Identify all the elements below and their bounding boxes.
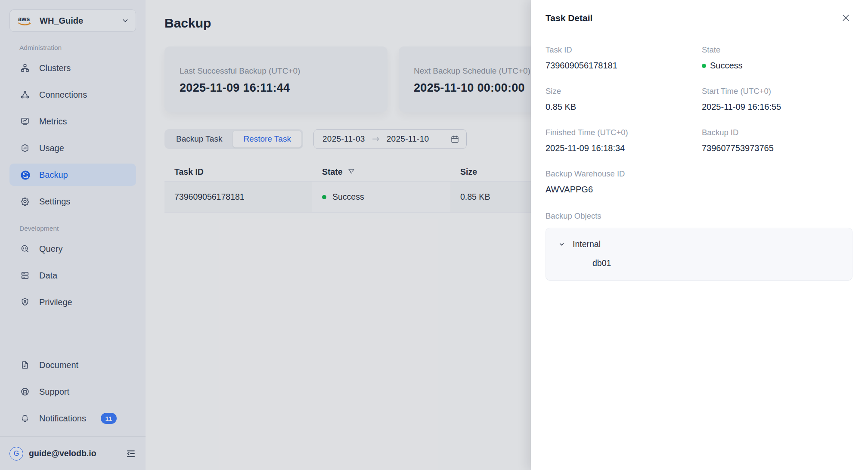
field-task-id: Task ID 739609056178181 [546,45,702,71]
chevron-down-icon[interactable] [558,241,565,248]
field-backup-id: Backup ID 739607753973765 [702,128,852,153]
field-finished-time: Finished Time (UTC+0) 2025-11-09 16:18:3… [546,128,702,153]
backup-objects-tree: Internal db01 [546,228,852,281]
field-start-time: Start Time (UTC+0) 2025-11-09 16:16:55 [702,87,852,112]
field-state: State Success [702,45,852,71]
field-size: Size 0.85 KB [546,87,702,112]
drawer-header: Task Detail [546,11,852,25]
close-icon[interactable] [839,11,852,25]
drawer-title: Task Detail [546,13,592,23]
success-status-dot [702,64,706,68]
task-detail-drawer: Task Detail Task ID 739609056178181 Stat… [531,0,868,470]
tree-node-internal[interactable]: Internal [546,235,852,254]
tree-node-db01: db01 [546,254,852,272]
task-detail-fields: Task ID 739609056178181 State Success Si… [546,45,852,210]
field-backup-warehouse-id: Backup Warehouse ID AWVAPPG6 [546,169,702,195]
backup-objects-label: Backup Objects [546,211,852,221]
